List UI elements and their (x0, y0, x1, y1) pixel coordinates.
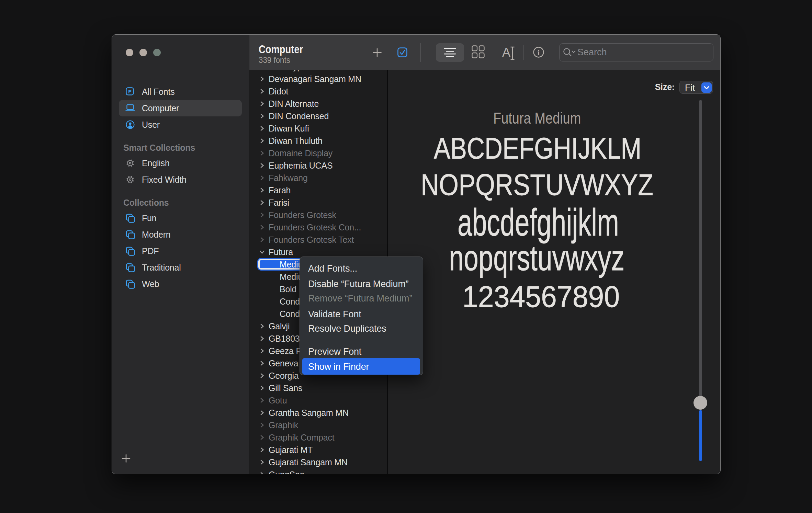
svg-text:i: i (538, 48, 540, 57)
svg-text:F: F (128, 89, 131, 94)
svg-text:A: A (502, 46, 510, 59)
